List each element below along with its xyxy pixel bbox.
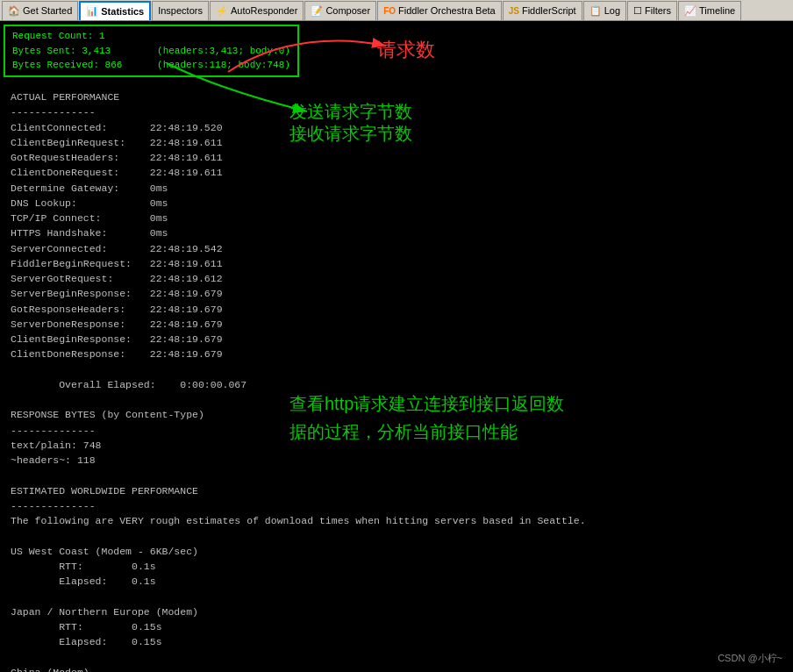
tab-fiddler-orchestra[interactable]: FO Fiddler Orchestra Beta bbox=[377, 1, 502, 20]
annotation-bytes-sent: 发送请求字节数 bbox=[289, 100, 412, 124]
tab-inspectors[interactable]: Inspectors bbox=[152, 1, 209, 20]
filters-icon: ☐ bbox=[633, 5, 642, 17]
get-started-icon: 🏠 bbox=[8, 5, 20, 17]
tab-label: Composer bbox=[325, 5, 370, 16]
composer-icon: 📝 bbox=[311, 5, 323, 17]
annotation-bytes-received: 接收请求字节数 bbox=[289, 122, 412, 146]
statistics-icon: 📊 bbox=[86, 5, 98, 17]
tab-label: Inspectors bbox=[158, 5, 203, 16]
tab-timeline[interactable]: 📈 Timeline bbox=[678, 1, 741, 20]
tab-label: Get Started bbox=[23, 5, 72, 16]
tab-composer[interactable]: 📝 Composer bbox=[304, 1, 376, 20]
log-icon: 📋 bbox=[589, 5, 602, 17]
watermark: CSDN @小柠~ bbox=[718, 652, 782, 665]
tab-label: Statistics bbox=[101, 6, 144, 17]
tab-label: FiddlerScript bbox=[522, 5, 576, 16]
annotation-performance: 查看http请求建立连接到接口返回数据的过程，分析当前接口性能 bbox=[289, 390, 564, 446]
tab-label: Log bbox=[604, 5, 620, 16]
tab-label: Timeline bbox=[699, 5, 735, 16]
tab-label: Filters bbox=[645, 5, 671, 16]
annotation-request-count: 请求数 bbox=[377, 37, 435, 63]
tab-statistics[interactable]: 📊 Statistics bbox=[79, 1, 151, 20]
fo-icon: FO bbox=[383, 6, 396, 16]
tab-label: AutoResponder bbox=[231, 5, 297, 16]
main-content: ACTUAL PERFORMANCE -------------- Client… bbox=[11, 89, 782, 646]
tab-autoresponder[interactable]: ⚡ AutoResponder bbox=[210, 1, 304, 20]
js-icon: JS bbox=[509, 6, 519, 16]
toolbar: 🏠 Get Started 📊 Statistics Inspectors ⚡ … bbox=[0, 0, 793, 21]
timeline-icon: 📈 bbox=[684, 5, 697, 17]
autoresponder-icon: ⚡ bbox=[216, 5, 228, 17]
tab-get-started[interactable]: 🏠 Get Started bbox=[2, 1, 78, 20]
tab-label: Fiddler Orchestra Beta bbox=[398, 5, 496, 16]
content-area: Request Count: 1 Bytes Sent: 3,413 (head… bbox=[0, 21, 793, 672]
tab-fiddlerscript[interactable]: JS FiddlerScript bbox=[503, 1, 582, 20]
tab-filters[interactable]: ☐ Filters bbox=[627, 1, 677, 20]
tab-log[interactable]: 📋 Log bbox=[583, 1, 626, 20]
actual-performance-text: ACTUAL PERFORMANCE -------------- Client… bbox=[11, 89, 782, 672]
